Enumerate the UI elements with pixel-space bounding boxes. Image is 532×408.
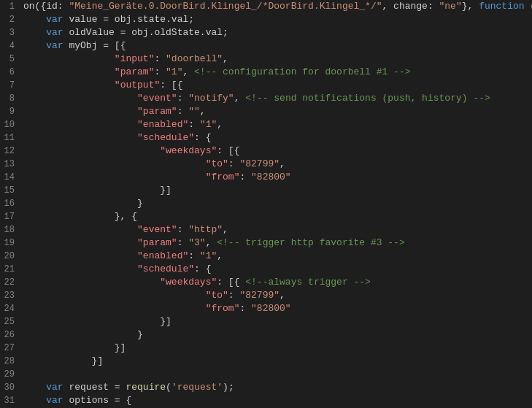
table-row: 7 "output": [{: [0, 79, 532, 92]
table-row: 23 "to": "82799",: [0, 289, 532, 302]
table-row: 28 }]: [0, 355, 532, 368]
table-row: 24 "from": "82800": [0, 302, 532, 315]
table-row: 12 "weekdays": [{: [0, 145, 532, 158]
table-row: 8 "event": "notify", <!-- send notificat…: [0, 92, 532, 105]
table-row: 14 "from": "82800": [0, 171, 532, 184]
table-row: 9 "param": "",: [0, 105, 532, 118]
table-row: 22 "weekdays": [{ <!--always trigger -->: [0, 276, 532, 289]
table-row: 30 var request = require('request');: [0, 381, 532, 394]
table-row: 4 var myObj = [{: [0, 39, 532, 53]
table-row: 5 "input": "doorbell",: [0, 53, 532, 66]
table-row: 3 var oldValue = obj.oldState.val;: [0, 26, 532, 39]
table-row: 27 }]: [0, 342, 532, 355]
table-row: 21 "schedule": {: [0, 263, 532, 276]
table-row: 2 var value = obj.state.val;: [0, 13, 532, 26]
table-row: 1 on({id: "Meine_Geräte.0.DoorBird.Kling…: [0, 0, 532, 13]
table-row: 15 }]: [0, 184, 532, 197]
table-row: 11 "schedule": {: [0, 131, 532, 145]
table-row: 19 "param": "3", <!-- trigger http favor…: [0, 236, 532, 250]
table-row: 6 "param": "1", <!-- configuration for d…: [0, 66, 532, 79]
table-row: 25 }]: [0, 315, 532, 328]
table-row: 26 }: [0, 328, 532, 342]
table-row: 29: [0, 368, 532, 381]
table-row: 17 }, {: [0, 210, 532, 223]
table-row: 13 "to": "82799",: [0, 158, 532, 171]
table-row: 10 "enabled": "1",: [0, 118, 532, 131]
table-row: 20 "enabled": "1",: [0, 250, 532, 263]
table-row: 16 }: [0, 197, 532, 210]
table-row: 31 var options = {: [0, 394, 532, 407]
table-row: 18 "event": "http",: [0, 223, 532, 236]
code-editor: 1 on({id: "Meine_Geräte.0.DoorBird.Kling…: [0, 0, 532, 408]
